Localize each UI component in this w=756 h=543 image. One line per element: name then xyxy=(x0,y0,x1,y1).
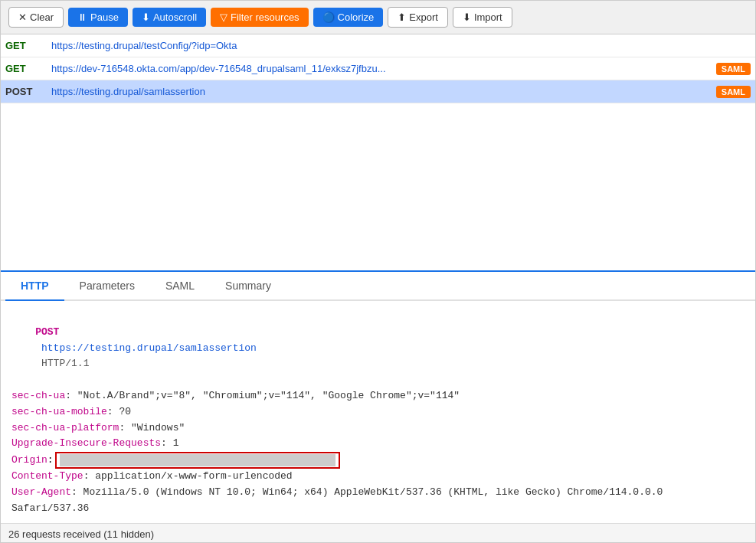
clear-button[interactable]: ✕ Clear xyxy=(8,7,64,28)
header-line: sec-ch-ua: "Not.A/Brand";v="8", "Chromiu… xyxy=(11,388,745,404)
header-value: : "Windows" xyxy=(119,422,185,433)
colorize-button[interactable]: 🔵 Colorize xyxy=(313,8,384,27)
header-key: Upgrade-Insecure-Requests xyxy=(11,437,161,449)
log-empty-space xyxy=(1,103,755,234)
network-log: GEThttps://testing.drupal/testConfig/?id… xyxy=(1,34,755,272)
saml-badge: SAML xyxy=(716,86,751,98)
header-key: sec-ch-ua xyxy=(11,390,65,401)
colorize-icon: 🔵 xyxy=(322,11,335,23)
tab-saml[interactable]: SAML xyxy=(150,272,210,301)
header-line: Origin: xyxy=(11,452,745,469)
saml-badge: SAML xyxy=(716,63,751,75)
log-url: https://dev-716548.okta.com/app/dev-7165… xyxy=(51,63,710,74)
import-icon: ⬇ xyxy=(463,11,471,23)
filter-icon: ▽ xyxy=(220,11,227,23)
header-key: sec-ch-ua-mobile xyxy=(11,406,107,417)
log-method: GET xyxy=(5,40,51,51)
log-method: GET xyxy=(5,63,51,74)
table-row[interactable]: GEThttps://testing.drupal/testConfig/?id… xyxy=(1,34,755,57)
header-line: Content-Type: application/x-www-form-url… xyxy=(11,469,745,485)
tab-items: HTTPParametersSAMLSummary xyxy=(5,272,286,299)
status-bar: 26 requests received (11 hidden) xyxy=(1,523,755,543)
header-value: : ?0 xyxy=(107,406,131,417)
header-key: Origin xyxy=(11,453,47,469)
log-url: https://testing.drupal/samlassertion xyxy=(51,86,710,97)
header-value: : application/x-www-form-urlencoded xyxy=(83,470,293,482)
autoscroll-icon: ⬇ xyxy=(142,11,150,23)
header-value: : Mozilla/5.0 (Windows NT 10.0; Win64; x… xyxy=(11,486,663,514)
log-method: POST xyxy=(5,86,51,97)
origin-redacted-wrapper xyxy=(55,452,340,469)
autoscroll-button[interactable]: ⬇ Autoscroll xyxy=(133,8,206,27)
log-rows: GEThttps://testing.drupal/testConfig/?id… xyxy=(1,34,755,103)
header-value: : "Not.A/Brand";v="8", "Chromium";v="114… xyxy=(65,390,460,401)
filter-button[interactable]: ▽ Filter resources xyxy=(211,8,309,27)
export-button[interactable]: ⬆ Export xyxy=(388,7,448,28)
status-text: 26 requests received (11 hidden) xyxy=(8,528,154,540)
table-row[interactable]: GEThttps://dev-716548.okta.com/app/dev-7… xyxy=(1,57,755,80)
x-icon: ✕ xyxy=(18,11,27,23)
header-key: Content-Type xyxy=(11,470,83,482)
tab-http[interactable]: HTTP xyxy=(5,272,64,301)
header-value: : 1 xyxy=(161,437,178,449)
header-key: sec-ch-ua-platform xyxy=(11,422,119,433)
pause-button[interactable]: ⏸ Pause xyxy=(68,8,128,27)
header-lines: sec-ch-ua: "Not.A/Brand";v="8", "Chromiu… xyxy=(11,388,745,517)
log-url: https://testing.drupal/testConfig/?idp=O… xyxy=(51,40,751,51)
header-line: sec-ch-ua-mobile: ?0 xyxy=(11,404,745,420)
import-button[interactable]: ⬇ Import xyxy=(453,7,512,28)
tab-parameters[interactable]: Parameters xyxy=(64,272,150,301)
header-key: User-Agent xyxy=(11,486,71,498)
header-line: User-Agent: Mozilla/5.0 (Windows NT 10.0… xyxy=(11,485,745,517)
origin-redacted xyxy=(60,454,335,466)
request-line: POST https://testing.drupal/samlassertio… xyxy=(11,309,745,388)
toolbar: ✕ Clear ⏸ Pause ⬇ Autoscroll ▽ Filter re… xyxy=(1,1,755,34)
table-row[interactable]: POSThttps://testing.drupal/samlassertion… xyxy=(1,80,755,103)
tabs: HTTPParametersSAMLSummary xyxy=(1,272,755,301)
pause-icon: ⏸ xyxy=(77,11,87,23)
header-line: Upgrade-Insecure-Requests: 1 xyxy=(11,436,745,452)
header-line: sec-ch-ua-platform: "Windows" xyxy=(11,420,745,437)
export-icon: ⬆ xyxy=(398,11,406,23)
tab-summary[interactable]: Summary xyxy=(210,272,286,301)
detail-panel[interactable]: POST https://testing.drupal/samlassertio… xyxy=(1,301,755,523)
